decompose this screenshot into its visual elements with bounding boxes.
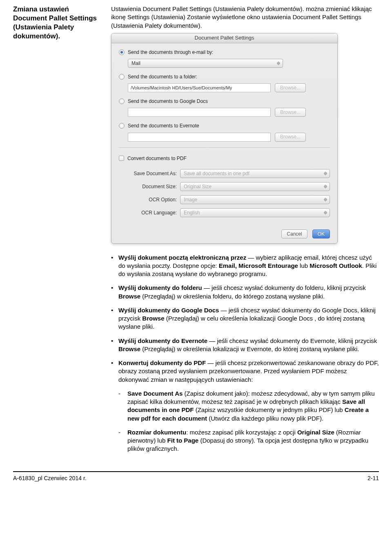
bullet-item: • Wyślij dokumenty do folderu — jeśli ch…	[111, 284, 379, 301]
input-evernote-path[interactable]	[128, 133, 271, 142]
input-google-path[interactable]	[128, 108, 271, 117]
bullet-item: • Wyślij dokument pocztą elektroniczną p…	[111, 254, 379, 278]
section-heading: Zmiana ustawień Document Pallet Settings…	[13, 5, 103, 41]
bullet-item: • Konwertuj dokumenty do PDF — jeśli chc…	[111, 359, 379, 384]
select-save-doc-as[interactable]: Save all documents in one pdf	[180, 169, 330, 178]
radio-send-email[interactable]	[119, 49, 125, 55]
label-convert-pdf: Convert documents to PDF	[127, 155, 187, 162]
select-doc-size[interactable]: Original Size	[180, 182, 330, 191]
footer-left: A-61830_pl Czerwiec 2014 r.	[13, 474, 87, 482]
radio-send-folder[interactable]	[119, 74, 125, 80]
ok-button[interactable]: OK	[312, 229, 330, 238]
select-ocr-lang[interactable]: English	[180, 208, 330, 217]
select-mail-app[interactable]: Mail	[128, 59, 283, 68]
select-ocr-option[interactable]: Image	[180, 195, 330, 204]
intro-paragraph: Ustawienia Document Pallet Settings (Ust…	[111, 5, 379, 30]
input-folder-path[interactable]: /Volumes/Macintosh HD/Users/Sue/Document…	[128, 83, 271, 92]
browse-folder-button[interactable]: Browse...	[275, 83, 306, 92]
sub-bullet-item: - Rozmiar dokumentu: możesz zapisać plik…	[118, 428, 379, 453]
label-send-email: Send the documents through e-mail by:	[128, 49, 213, 56]
settings-dialog: Document Pallet Settings Send the docume…	[111, 33, 338, 244]
label-ocr-option: OCR Option:	[119, 196, 180, 203]
dialog-titlebar: Document Pallet Settings	[111, 33, 337, 43]
label-ocr-lang: OCR Language:	[119, 209, 180, 216]
label-save-doc-as: Save Document As:	[119, 170, 180, 177]
browse-google-button[interactable]: Browse...	[275, 108, 306, 117]
label-send-evernote: Send the documents to Evernote	[128, 122, 199, 129]
browse-evernote-button[interactable]: Browse...	[275, 133, 306, 142]
radio-send-evernote[interactable]	[119, 123, 125, 129]
page-footer: A-61830_pl Czerwiec 2014 r. 2-11	[13, 471, 379, 482]
checkbox-convert-pdf[interactable]	[119, 156, 124, 161]
sub-bullet-item: - Save Document As (Zapisz dokument jako…	[118, 390, 379, 423]
bullet-item: • Wyślij dokumenty do Evernote — jeśli c…	[111, 337, 379, 354]
footer-right: 2-11	[368, 474, 379, 482]
radio-send-google[interactable]	[119, 98, 125, 104]
label-doc-size: Document Size:	[119, 183, 180, 190]
cancel-button[interactable]: Cancel	[281, 229, 307, 238]
bullet-item: • Wyślij dokumenty do Google Docs — jeśl…	[111, 306, 379, 331]
label-send-folder: Send the documents to a folder:	[128, 73, 197, 80]
label-send-google: Send the documents to Google Docs	[128, 98, 208, 105]
